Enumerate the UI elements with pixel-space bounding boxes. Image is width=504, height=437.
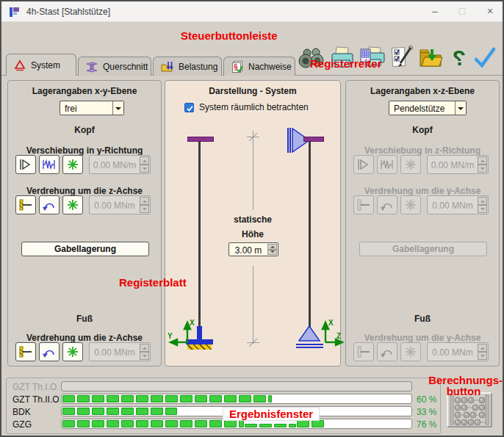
free-support-button[interactable] [62,155,83,174]
column-cap-xy [187,137,214,142]
progress-segment [239,395,251,402]
foot-heading: Fuß [346,314,499,324]
progress-segment [121,395,134,402]
roller-support-line [287,128,289,153]
spin-down-icon [140,165,149,173]
height-field[interactable]: 3.00 m [228,242,278,256]
tab-label: Querschnitt [103,62,148,72]
annotation-toolbar: Steuerbuttonleiste [181,29,278,42]
progress-segment [121,408,134,415]
panel-system-view: Darstellung - System System räumlich bet… [165,80,341,366]
support-rigid-button[interactable] [15,155,36,174]
progress-segment [151,408,163,415]
tab-system[interactable]: System [6,54,76,76]
minimize-button[interactable]: – [422,1,447,21]
asterisk-icon [65,345,81,358]
axis-label: Y [168,332,173,340]
field-value: 0.00 MNm [428,201,478,211]
tab-nachweise[interactable]: § Nachweise [223,57,295,76]
result-percent: 76 % [417,419,436,430]
clamped-support-button[interactable] [15,342,36,361]
spring-support-button [377,155,397,174]
dropdown-arrow-button[interactable] [455,101,466,115]
support-rigid-button [353,155,374,174]
spatial-view-checkbox[interactable] [184,103,194,112]
dimension-line [253,131,253,210]
checklist-button[interactable] [388,45,416,71]
field-value: 0.00 MN/m [90,160,140,170]
fixed-support-stem [197,326,202,339]
progress-segment [77,395,90,402]
help-button[interactable]: ? [448,45,469,71]
support-type-select-xz[interactable]: Pendelstütze [389,101,467,115]
progress-segment [180,420,192,427]
progress-segment [151,395,163,402]
spin-down-icon[interactable] [267,250,277,256]
spinner [478,344,487,360]
result-row-gzt1: GZT Th.I.O. [7,381,440,391]
spin-up-icon [140,156,149,165]
progress-segment [62,408,75,415]
rotation-spring-button[interactable] [39,342,60,361]
annotation-tabs: Registerreiter [310,57,382,70]
spin-up-icon [478,344,487,352]
checkmark-icon [472,45,498,71]
beam-profile-icon [86,61,98,73]
fork-bearing-button[interactable]: Gabellagerung [21,242,149,256]
spin-up-icon [478,197,487,205]
foot-rotation-stiffness-field: 0.00 MNm [89,342,151,361]
height-label-2: Höhe [165,229,340,239]
progress-segment [92,408,104,415]
progress-segment [62,420,75,427]
progress-segment [312,420,324,427]
free-rotation-button[interactable] [62,195,83,214]
free-rotation-button [400,195,421,214]
progress-segment [245,424,257,427]
tab-belastung[interactable]: Belastung [153,57,222,76]
result-label: GZG [12,419,32,430]
svg-text:?: ? [453,46,466,70]
translation-label: Verschiebung in z-Richtung [346,145,499,156]
support-type-select-xy[interactable]: frei [60,101,124,115]
free-rotation-button[interactable] [62,342,83,361]
folder-save-icon [417,45,445,71]
tab-querschnitt[interactable]: Querschnitt [78,57,151,76]
annotation-results: Ergebnisfenster [223,407,320,421]
progress-segment [165,395,178,402]
confirm-button[interactable] [472,45,498,71]
tab-label: Belastung [179,62,217,72]
progress-segment [268,395,272,402]
progress-segment [165,408,177,415]
panel-title: Lagerangaben x-y-Ebene [8,86,161,96]
progress-segment [180,395,192,402]
clamped-support-button[interactable] [15,195,36,214]
rotation-label: Verdrehung um die z-Achse [8,186,161,196]
progress-bar [61,394,412,404]
spring-stiffness-field: 0.00 MN/m [427,155,489,174]
roller-support-icon [356,158,372,171]
progress-segment [151,420,163,427]
close-button[interactable]: × [478,1,503,21]
spin-down-icon [478,352,487,360]
result-label: GZT Th.I.O. [12,382,60,392]
axis-label: X [190,319,195,327]
field-value: 0.00 MNm [428,347,478,358]
axis-label: X [328,319,334,327]
progress-segment [92,395,104,402]
field-value: 3.00 m [229,245,267,256]
spinner[interactable] [267,244,277,255]
spinner [140,197,149,213]
calculate-button[interactable] [447,392,492,427]
progress-segment [224,420,237,427]
results-window: GZT Th.I.O. GZT Th.II.O 60 % BDK 33 % GZ… [6,378,441,434]
save-button[interactable] [417,45,445,71]
rotation-spring-button[interactable] [39,195,60,214]
panel-title: Lagerangaben x-z-Ebene [346,86,499,96]
spin-up-icon[interactable] [267,244,277,250]
height-label-1: statische [165,214,340,225]
dropdown-arrow-button[interactable] [112,101,123,115]
spring-support-button[interactable] [39,155,60,174]
spin-down-icon [478,205,487,213]
maximize-button[interactable]: □ [450,1,475,21]
progress-segment [62,395,75,402]
